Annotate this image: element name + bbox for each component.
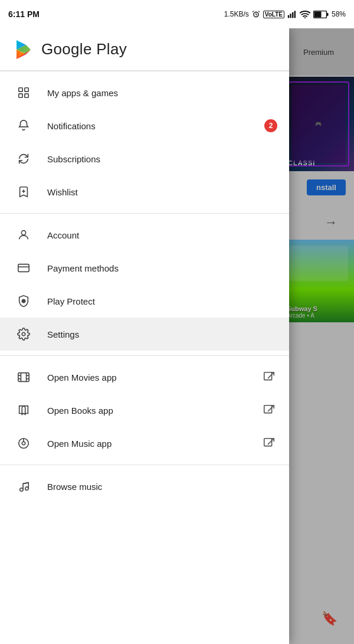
menu-item-browse-music[interactable]: Browse music (0, 470, 289, 503)
battery-percent: 58% (332, 10, 346, 18)
play-logo-icon (12, 38, 35, 61)
svg-rect-16 (25, 88, 28, 91)
menu-label-account: Account (47, 230, 277, 240)
menu-section-2: Account Payment methods Play Protect (0, 214, 289, 355)
external-link-movies (261, 369, 277, 385)
wifi-icon (300, 10, 310, 18)
menu-item-open-books[interactable]: Open Books app (0, 394, 289, 427)
svg-rect-1 (288, 15, 289, 18)
google-play-logo: Google Play (12, 38, 127, 61)
menu-section-1: My apps & games Notifications 2 (0, 71, 289, 213)
svg-rect-17 (19, 94, 22, 97)
menu-label-open-music: Open Music app (47, 439, 261, 449)
menu-label-subscriptions: Subscriptions (47, 154, 277, 164)
book-icon (12, 398, 35, 422)
menu-item-subscriptions[interactable]: Subscriptions (0, 142, 289, 175)
menu-label-settings: Settings (47, 329, 277, 339)
external-link-music (261, 435, 277, 452)
volte-icon: VoLTE (263, 11, 284, 18)
bookmark-add-icon (12, 180, 35, 204)
svg-rect-15 (19, 88, 22, 91)
svg-rect-7 (327, 13, 329, 16)
menu-label-my-apps: My apps & games (47, 88, 277, 98)
svg-point-21 (21, 231, 25, 235)
svg-point-24 (22, 299, 25, 303)
status-bar: 6:11 PM 1.5KB/s VoLTE (0, 0, 354, 28)
menu-section-4: Browse music (0, 465, 289, 508)
menu-label-payment: Payment methods (47, 263, 277, 273)
menu-label-open-books: Open Books app (47, 406, 261, 416)
settings-icon (12, 322, 35, 346)
credit-card-icon (12, 256, 35, 280)
menu-item-wishlist[interactable]: Wishlist (0, 175, 289, 208)
svg-point-5 (304, 17, 306, 18)
menu-section-3: Open Movies app Open Books app (0, 356, 289, 465)
svg-point-36 (22, 442, 25, 445)
film-icon (12, 365, 35, 389)
svg-rect-3 (292, 12, 293, 18)
menu-label-wishlist: Wishlist (47, 187, 277, 197)
menu-item-payment[interactable]: Payment methods (0, 251, 289, 285)
external-link-books (261, 402, 277, 419)
drawer-header: Google Play (0, 28, 289, 71)
battery-icon (313, 11, 329, 18)
menu-item-notifications[interactable]: Notifications 2 (0, 109, 289, 142)
menu-item-account[interactable]: Account (0, 218, 289, 251)
svg-line-41 (23, 483, 28, 484)
menu-label-play-protect: Play Protect (47, 296, 277, 306)
menu-item-settings[interactable]: Settings (0, 318, 289, 351)
navigation-drawer: Google Play My apps & games (0, 28, 289, 644)
music-icon (12, 431, 35, 455)
status-right: 1.5KB/s VoLTE 58% (224, 10, 346, 18)
shield-icon (12, 289, 35, 313)
svg-rect-4 (294, 11, 296, 18)
alarm-icon (252, 10, 260, 18)
grid-icon (12, 81, 35, 104)
refresh-icon (12, 147, 35, 171)
svg-point-25 (22, 332, 25, 336)
svg-point-40 (25, 487, 29, 491)
menu-item-open-music[interactable]: Open Music app (0, 427, 289, 460)
svg-rect-26 (18, 373, 29, 382)
svg-rect-18 (25, 94, 28, 97)
svg-rect-2 (290, 14, 291, 18)
svg-point-39 (20, 488, 24, 492)
notifications-badge: 2 (264, 119, 277, 132)
menu-label-open-movies: Open Movies app (47, 372, 261, 383)
bell-icon (12, 114, 35, 138)
signal-icon (287, 10, 297, 18)
app-title: Google Play (41, 40, 127, 58)
menu-item-open-movies[interactable]: Open Movies app (0, 361, 289, 394)
music-note-icon (12, 475, 35, 498)
menu-label-notifications: Notifications (47, 121, 264, 131)
menu-item-my-apps[interactable]: My apps & games (0, 76, 289, 109)
network-speed: 1.5KB/s (224, 10, 249, 18)
status-time: 6:11 PM (8, 9, 40, 19)
menu-label-browse-music: Browse music (47, 482, 277, 492)
menu-item-play-protect[interactable]: Play Protect (0, 285, 289, 318)
person-icon (12, 223, 35, 247)
svg-rect-22 (18, 264, 29, 272)
svg-rect-8 (314, 11, 321, 17)
